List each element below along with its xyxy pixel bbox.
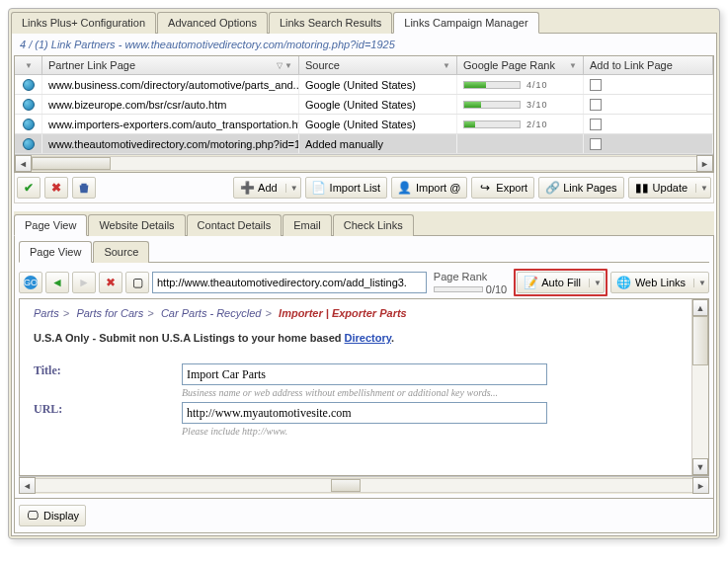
add-button[interactable]: ➕Add▼ xyxy=(233,177,301,199)
export-icon: ↪ xyxy=(478,181,492,195)
add-checkbox[interactable] xyxy=(590,99,602,111)
row-icon xyxy=(15,134,42,153)
tab-config[interactable]: Links Plus+ Configuration xyxy=(11,12,156,34)
delete-button[interactable] xyxy=(72,177,96,199)
import-at-button[interactable]: 👤Import @ xyxy=(391,177,467,199)
cell-rank: 4/10 xyxy=(457,75,584,94)
breadcrumb: Parts> Parts for Cars> Car Parts - Recyc… xyxy=(34,305,694,321)
back-icon: ◄ xyxy=(50,276,64,289)
weblinks-button[interactable]: 🌐Web Links▼ xyxy=(610,272,709,293)
col-source[interactable]: Source▼ xyxy=(299,56,457,74)
export-button[interactable]: ↪Export xyxy=(471,177,534,199)
import-list-button[interactable]: 📄Import List xyxy=(305,177,387,199)
grid-body: www.business.com/directory/automotive/pa… xyxy=(15,75,713,154)
home-button[interactable]: ▢ xyxy=(125,272,149,293)
table-row[interactable]: www.theautomotivedirectory.com/motoring.… xyxy=(15,134,713,154)
vscroll-thumb[interactable] xyxy=(692,316,708,365)
update-button[interactable]: ▮▮Update▼ xyxy=(628,177,711,199)
accept-button[interactable]: ✔ xyxy=(17,177,40,199)
cell-partner: www.bizeurope.com/bsr/csr/auto.htm xyxy=(42,95,299,114)
tab-advanced[interactable]: Advanced Options xyxy=(157,12,268,34)
scroll-down-icon[interactable]: ▼ xyxy=(692,458,708,475)
tab-check-links[interactable]: Check Links xyxy=(333,214,414,236)
back-button[interactable]: ◄ xyxy=(45,272,69,293)
render-hscroll[interactable]: ◄ ► xyxy=(19,476,709,494)
scroll-up-icon[interactable]: ▲ xyxy=(692,299,708,316)
col-rank[interactable]: Google Page Rank▼ xyxy=(457,56,584,74)
col-partner[interactable]: Partner Link Page▽ ▼ xyxy=(42,56,299,74)
col-icon[interactable]: ▼ xyxy=(15,56,42,74)
detail-tabs: Page View Website Details Contact Detail… xyxy=(14,211,714,236)
directory-link[interactable]: Directory xyxy=(345,332,391,344)
tab-search[interactable]: Links Search Results xyxy=(269,12,392,34)
tab-pageview[interactable]: Page View xyxy=(14,214,87,236)
main-tabs: Links Plus+ Configuration Advanced Optio… xyxy=(11,11,717,34)
grid-hscroll[interactable]: ◄ ► xyxy=(15,154,713,172)
update-icon: ▮▮ xyxy=(635,181,649,195)
scroll-right-icon[interactable]: ► xyxy=(696,155,713,172)
table-row[interactable]: www.importers-exporters.com/auto_transpo… xyxy=(15,115,713,134)
url-label: URL: xyxy=(34,402,182,417)
row-icon xyxy=(15,115,42,133)
table-row[interactable]: www.bizeurope.com/bsr/csr/auto.htmGoogle… xyxy=(15,95,713,115)
title-input[interactable] xyxy=(182,363,547,385)
autofill-button[interactable]: 📝Auto Fill▼ xyxy=(517,272,605,293)
tab-website-details[interactable]: Website Details xyxy=(88,214,185,236)
partners-grid: ▼ Partner Link Page▽ ▼ Source▼ Google Pa… xyxy=(14,55,714,173)
check-icon: ✔ xyxy=(22,181,36,195)
scroll-right-icon[interactable]: ► xyxy=(692,477,709,494)
reject-button[interactable]: ✖ xyxy=(44,177,68,199)
title-label: Title: xyxy=(34,363,182,378)
row-icon xyxy=(15,75,42,94)
url-input[interactable] xyxy=(152,272,427,293)
cell-rank: 2/10 xyxy=(457,115,584,133)
campaign-panel: 4 / (1) Link Partners - www.theautomotiv… xyxy=(11,34,717,536)
autofill-highlight: 📝Auto Fill▼ xyxy=(514,269,607,296)
tab-email[interactable]: Email xyxy=(283,214,332,236)
page-rank-display: Page Rank 0/10 xyxy=(430,271,511,295)
cell-add xyxy=(584,95,713,114)
cell-source: Google (United States) xyxy=(299,95,457,114)
scroll-thumb[interactable] xyxy=(331,479,361,492)
form-row-url: URL: Please include http://www. xyxy=(34,402,694,437)
link-pages-button[interactable]: 🔗Link Pages xyxy=(538,177,623,199)
cell-rank: 3/10 xyxy=(457,95,584,114)
tab-campaign[interactable]: Links Campaign Manager xyxy=(393,12,538,34)
add-checkbox[interactable] xyxy=(590,79,602,91)
pageview-panel: Page View Source GO ◄ ► ✖ ▢ Page Rank 0/… xyxy=(14,236,714,499)
instruction-text: U.S.A Only - Submit non U.S.A Listings t… xyxy=(34,331,694,346)
stop-button[interactable]: ✖ xyxy=(99,272,122,293)
table-row[interactable]: www.business.com/directory/automotive/pa… xyxy=(15,75,713,95)
address-bar: GO ◄ ► ✖ ▢ Page Rank 0/10 📝Auto Fill▼ 🌐W… xyxy=(19,267,709,298)
add-checkbox[interactable] xyxy=(590,138,602,150)
scroll-thumb[interactable] xyxy=(32,157,111,170)
partners-url[interactable]: www.theautomotivedirectory.com/motoring.… xyxy=(124,39,394,50)
globe-icon xyxy=(23,138,35,150)
partners-title: 4 / (1) Link Partners - www.theautomotiv… xyxy=(14,36,714,55)
listing-url-input[interactable] xyxy=(182,402,547,424)
forward-icon: ► xyxy=(77,276,91,289)
display-button[interactable]: 🖵Display xyxy=(19,505,86,526)
rendered-page: Parts> Parts for Cars> Car Parts - Recyc… xyxy=(19,298,709,476)
trash-icon xyxy=(77,181,91,195)
go-button[interactable]: GO xyxy=(19,272,42,293)
cell-rank xyxy=(457,134,584,153)
weblinks-icon: 🌐 xyxy=(617,276,631,289)
plus-icon: ➕ xyxy=(240,181,254,195)
render-vscroll[interactable]: ▲ ▼ xyxy=(691,299,708,475)
cell-source: Google (United States) xyxy=(299,115,457,133)
forward-button[interactable]: ► xyxy=(72,272,96,293)
globe-icon xyxy=(23,99,35,111)
scroll-left-icon[interactable]: ◄ xyxy=(15,155,32,172)
add-checkbox[interactable] xyxy=(590,119,602,130)
cell-partner: www.theautomotivedirectory.com/motoring.… xyxy=(42,134,299,153)
inner-tab-source[interactable]: Source xyxy=(93,241,149,263)
x-icon: ✖ xyxy=(49,181,63,195)
cell-source: Added manually xyxy=(299,134,457,153)
scroll-left-icon[interactable]: ◄ xyxy=(19,477,36,494)
col-add[interactable]: Add to Link Page xyxy=(584,56,713,74)
go-icon: GO xyxy=(24,276,38,289)
import-list-icon: 📄 xyxy=(312,181,326,195)
tab-contact-details[interactable]: Contact Details xyxy=(187,214,283,236)
inner-tab-pageview[interactable]: Page View xyxy=(19,241,92,263)
